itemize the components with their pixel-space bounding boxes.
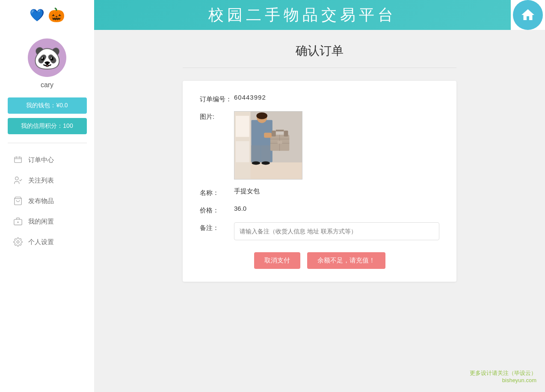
header: 💙 🎃 校园二手物品交易平台 bbox=[0, 0, 545, 30]
cancel-payment-button[interactable]: 取消支付 bbox=[254, 252, 300, 269]
svg-point-12 bbox=[256, 112, 267, 119]
svg-rect-28 bbox=[236, 141, 249, 162]
order-center-icon bbox=[13, 155, 23, 165]
svg-rect-27 bbox=[236, 116, 249, 137]
order-number-row: 订单编号： 60443992 bbox=[200, 94, 439, 103]
svg-point-16 bbox=[261, 162, 270, 165]
notes-input[interactable] bbox=[234, 222, 439, 240]
svg-point-15 bbox=[252, 162, 260, 165]
personal-settings-icon bbox=[13, 237, 23, 247]
order-number-label: 订单编号： bbox=[200, 94, 234, 103]
avatar-image: 🐼 bbox=[33, 45, 61, 71]
svg-rect-13 bbox=[252, 145, 261, 162]
sidebar-item-label: 个人设置 bbox=[28, 238, 54, 246]
my-idle-icon bbox=[13, 216, 23, 227]
avatar: 🐼 bbox=[28, 38, 66, 77]
svg-point-6 bbox=[17, 241, 19, 243]
order-notes-label: 备注： bbox=[200, 222, 234, 232]
home-icon bbox=[520, 7, 536, 23]
main-layout: 🐼 cary 我的钱包：¥0.0 我的信用积分：100 订单中心 bbox=[0, 30, 545, 392]
svg-rect-19 bbox=[284, 130, 288, 136]
svg-rect-24 bbox=[278, 141, 282, 144]
logo-heart-icon: 💙 bbox=[30, 8, 44, 22]
product-image-svg bbox=[234, 111, 302, 180]
action-buttons: 取消支付 余额不足，请充值！ bbox=[200, 252, 439, 269]
site-title: 校园二手物品交易平台 bbox=[208, 5, 397, 26]
page-title: 确认订单 bbox=[111, 43, 528, 59]
watermark: 更多设计请关注（毕设云） bisheyun.com bbox=[470, 369, 536, 383]
order-image-row: 图片: bbox=[200, 111, 439, 180]
publish-item-icon bbox=[13, 196, 23, 206]
sidebar-item-label: 关注列表 bbox=[28, 177, 54, 185]
svg-point-1 bbox=[15, 177, 18, 180]
sidebar-item-label: 发布物品 bbox=[28, 197, 54, 205]
order-image-label: 图片: bbox=[200, 111, 234, 121]
recharge-button[interactable]: 余额不足，请充值！ bbox=[307, 252, 385, 269]
svg-rect-14 bbox=[261, 145, 270, 162]
sidebar-divider bbox=[8, 143, 87, 143]
order-price-label: 价格： bbox=[200, 205, 234, 215]
logo-witch-icon: 🎃 bbox=[48, 7, 65, 23]
order-name-label: 名称： bbox=[200, 187, 234, 197]
order-name-row: 名称： 手提女包 bbox=[200, 187, 439, 197]
order-price-row: 价格： 36.0 bbox=[200, 205, 439, 215]
watermark-line1: 更多设计请关注（毕设云） bbox=[470, 369, 536, 377]
username-label: cary bbox=[41, 81, 53, 89]
order-notes-row: 备注： bbox=[200, 222, 439, 240]
watermark-line2: bisheyun.com bbox=[470, 377, 536, 383]
logo-area: 💙 🎃 bbox=[0, 0, 94, 30]
sidebar-item-label: 订单中心 bbox=[28, 156, 54, 164]
sidebar-item-publish-item[interactable]: 发布物品 bbox=[6, 191, 88, 211]
svg-rect-25 bbox=[264, 133, 272, 138]
sidebar-item-personal-settings[interactable]: 个人设置 bbox=[6, 232, 88, 252]
order-card: 订单编号： 60443992 图片: bbox=[183, 81, 456, 282]
follow-list-icon bbox=[13, 175, 23, 186]
title-divider bbox=[183, 68, 456, 68]
product-image bbox=[234, 111, 302, 180]
svg-rect-18 bbox=[272, 130, 276, 136]
home-button[interactable] bbox=[513, 0, 543, 30]
sidebar: 🐼 cary 我的钱包：¥0.0 我的信用积分：100 订单中心 bbox=[0, 30, 94, 392]
order-price-value: 36.0 bbox=[234, 205, 439, 212]
wallet-button[interactable]: 我的钱包：¥0.0 bbox=[8, 97, 87, 114]
sidebar-menu: 订单中心 关注列表 bbox=[0, 150, 94, 252]
main-content: 确认订单 订单编号： 60443992 图片: bbox=[94, 30, 545, 392]
svg-rect-0 bbox=[15, 157, 22, 163]
sidebar-item-order-center[interactable]: 订单中心 bbox=[6, 150, 88, 170]
header-banner: 校园二手物品交易平台 bbox=[94, 0, 511, 30]
order-number-value: 60443992 bbox=[234, 94, 439, 101]
sidebar-item-follow-list[interactable]: 关注列表 bbox=[6, 170, 88, 191]
credit-button[interactable]: 我的信用积分：100 bbox=[8, 118, 87, 134]
order-name-value: 手提女包 bbox=[234, 187, 439, 195]
sidebar-item-my-idle[interactable]: 我的闲置 bbox=[6, 211, 88, 232]
sidebar-item-label: 我的闲置 bbox=[28, 218, 54, 226]
